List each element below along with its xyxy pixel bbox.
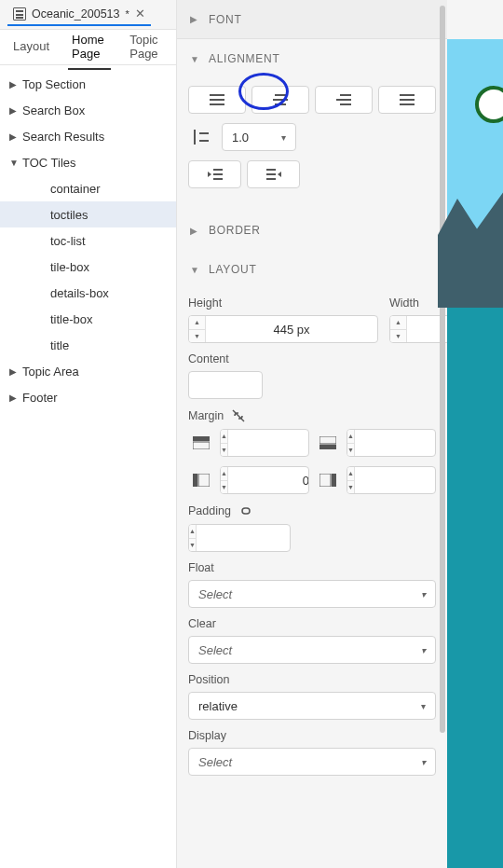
tree-label: Search Results — [22, 130, 104, 144]
scroll-thumb[interactable] — [440, 6, 445, 733]
chevron-down-icon: ▾ — [421, 589, 426, 599]
align-right-button[interactable] — [315, 86, 373, 114]
properties-scrollbar[interactable] — [440, 6, 445, 826]
width-input[interactable]: ▲▼ — [389, 315, 447, 343]
chevron-right-icon: ▶ — [190, 226, 199, 236]
preview-mountain — [438, 186, 503, 308]
margin-bottom-input[interactable]: ▲▼ — [347, 429, 436, 457]
tree-label: Top Section — [22, 77, 86, 91]
sub-tabs: Layout Home Page Topic Page — [0, 30, 176, 65]
svg-rect-5 — [198, 474, 210, 487]
tree-item-footer[interactable]: ▶Footer — [0, 384, 176, 410]
subtab-layout[interactable]: Layout — [9, 32, 53, 62]
indent-button[interactable] — [247, 160, 300, 188]
content-label: Content — [188, 352, 436, 365]
padding-input[interactable]: ▲▼ — [188, 524, 291, 552]
tree-item-toctiles[interactable]: ▶toctiles — [0, 201, 176, 227]
preview-hero — [447, 39, 503, 308]
link-icon[interactable] — [238, 503, 253, 518]
step-down[interactable]: ▼ — [189, 330, 205, 343]
chevron-down-icon: ▾ — [421, 757, 426, 767]
chevron-down-icon: ▼ — [190, 265, 199, 275]
margin-right-input[interactable]: ▲▼ — [347, 466, 436, 494]
chevron-right-icon: ▶ — [190, 14, 199, 24]
unlink-icon[interactable] — [231, 408, 246, 423]
tree-item-tile-box[interactable]: ▶tile-box — [0, 254, 176, 280]
tree-item-container[interactable]: ▶container — [0, 175, 176, 201]
tree-item-top-section[interactable]: ▶Top Section — [0, 71, 176, 97]
outdent-button[interactable] — [188, 160, 241, 188]
clear-select[interactable]: Select▾ — [188, 636, 436, 664]
chevron-right-icon: ▶ — [9, 105, 22, 116]
preview-body — [447, 308, 503, 868]
file-name: Oceanic_200513 — [32, 7, 120, 21]
margin-right-icon — [315, 474, 341, 487]
chevron-right-icon: ▶ — [9, 393, 22, 403]
section-border[interactable]: ▶ BORDER — [177, 211, 447, 250]
svg-rect-7 — [332, 474, 336, 487]
document-icon — [13, 7, 26, 21]
layout-body: Height ▲▼ Width ▲▼ Content — [177, 289, 447, 789]
tree-label: Topic Area — [22, 365, 79, 379]
tree-item-topic-area[interactable]: ▶Topic Area — [0, 358, 176, 384]
content-field[interactable] — [189, 372, 263, 398]
tree-label: container — [50, 182, 100, 196]
section-font[interactable]: ▶ FONT — [177, 0, 447, 39]
section-alignment[interactable]: ▼ ALIGNMENT — [177, 39, 447, 78]
tree-item-title-box[interactable]: ▶title-box — [0, 306, 176, 332]
step-up[interactable]: ▲ — [189, 316, 205, 330]
svg-rect-4 — [193, 474, 197, 487]
chevron-down-icon: ▾ — [281, 132, 286, 143]
line-height-value: 1.0 — [232, 131, 249, 145]
tree-label: title-box — [50, 312, 93, 326]
tree-item-search-results[interactable]: ▶Search Results — [0, 123, 176, 149]
tree-label: TOC Tiles — [22, 156, 76, 170]
content-input[interactable] — [188, 371, 263, 399]
chevron-down-icon: ▾ — [421, 645, 426, 655]
tree-item-toc-list[interactable]: ▶toc-list — [0, 227, 176, 254]
chevron-down-icon: ▼ — [9, 158, 22, 168]
subtab-topic-page[interactable]: Topic Page — [126, 25, 167, 70]
chevron-down-icon: ▼ — [190, 54, 199, 64]
margin-left-icon — [188, 474, 214, 487]
margin-top-input[interactable]: ▲▼ — [220, 429, 309, 457]
height-field[interactable] — [206, 316, 377, 342]
alignment-body: 1.0 ▾ — [177, 78, 447, 211]
svg-rect-2 — [319, 436, 336, 444]
tree-label: Footer — [22, 391, 58, 405]
position-select[interactable]: relative▾ — [188, 692, 436, 720]
align-left-button[interactable] — [188, 86, 246, 114]
display-select[interactable]: Select▾ — [188, 748, 436, 776]
margin-top-icon — [188, 436, 214, 449]
float-select[interactable]: Select▾ — [188, 580, 436, 608]
align-justify-button[interactable] — [378, 86, 436, 114]
step-down[interactable]: ▼ — [390, 330, 406, 343]
step-up[interactable]: ▲ — [390, 316, 406, 330]
properties-panel: ▶ FONT ▼ ALIGNMENT 1.0 ▾ — [177, 0, 447, 868]
position-label: Position — [188, 673, 436, 686]
height-input[interactable]: ▲▼ — [188, 315, 378, 343]
file-tab[interactable]: Oceanic_200513 * ✕ — [7, 3, 151, 26]
tree-item-title[interactable]: ▶title — [0, 332, 176, 358]
margin-bottom-icon — [315, 436, 341, 449]
svg-rect-1 — [193, 442, 210, 449]
chevron-right-icon: ▶ — [9, 131, 22, 142]
chevron-right-icon: ▶ — [9, 79, 22, 90]
line-height-select[interactable]: 1.0 ▾ — [222, 123, 296, 151]
chevron-down-icon: ▾ — [421, 701, 426, 711]
tree-item-details-box[interactable]: ▶details-box — [0, 280, 176, 306]
tree-item-search-box[interactable]: ▶Search Box — [0, 97, 176, 123]
preview-pane — [447, 0, 503, 868]
close-icon[interactable]: ✕ — [135, 7, 145, 21]
subtab-home-page[interactable]: Home Page — [68, 25, 111, 70]
left-panel: Oceanic_200513 * ✕ Layout Home Page Topi… — [0, 0, 177, 868]
line-height-icon — [188, 123, 214, 151]
chevron-right-icon: ▶ — [9, 366, 22, 377]
section-title: LAYOUT — [209, 263, 256, 276]
height-label: Height — [188, 296, 378, 310]
margin-left-input[interactable]: ▲▼ — [220, 466, 309, 494]
tree-item-toc-tiles[interactable]: ▼TOC Tiles — [0, 149, 176, 175]
align-center-button[interactable] — [252, 86, 309, 114]
section-layout[interactable]: ▼ LAYOUT — [177, 250, 447, 289]
tree-label: toc-list — [50, 234, 86, 248]
